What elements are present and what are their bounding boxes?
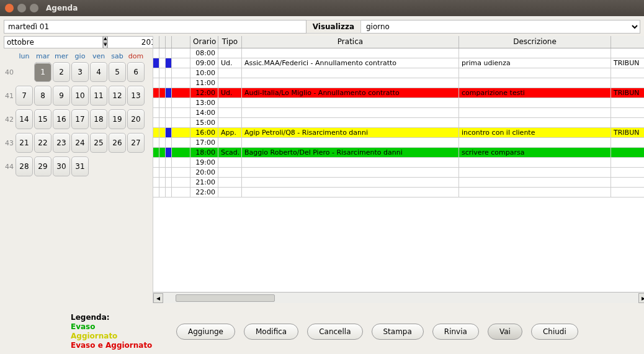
calendar-day[interactable]: 7 bbox=[16, 86, 33, 106]
calendar-day[interactable]: 18 bbox=[90, 109, 107, 129]
agenda-row[interactable]: 20:00 bbox=[153, 168, 644, 178]
calendar-day[interactable]: 14 bbox=[16, 109, 33, 129]
agenda-row[interactable]: 08:00 bbox=[153, 48, 644, 58]
calendar-day[interactable]: 31 bbox=[71, 157, 89, 176]
agenda-row[interactable]: 15:00 bbox=[153, 118, 644, 128]
calendar-day[interactable]: 29 bbox=[34, 157, 51, 176]
calendar-day[interactable]: 27 bbox=[127, 133, 145, 153]
agenda-row[interactable]: 13:00 bbox=[153, 98, 644, 108]
stampa-button[interactable]: Stampa bbox=[372, 324, 424, 340]
agenda-row[interactable]: 19:00 bbox=[153, 158, 644, 168]
agenda-row[interactable]: 09:00Ud.Assic.MAA/Federici - Annullament… bbox=[153, 58, 644, 68]
calendar-day[interactable]: 9 bbox=[53, 86, 70, 106]
titlebar: Agenda bbox=[0, 0, 644, 16]
scroll-right-icon: ▸ bbox=[638, 293, 644, 303]
calendar-day[interactable]: 3 bbox=[71, 62, 89, 82]
calendar-day[interactable]: 19 bbox=[109, 109, 126, 129]
calendar-day[interactable]: 20 bbox=[127, 109, 145, 129]
grid-header: Orario Tipo Pratica Descrizione bbox=[153, 36, 644, 48]
calendar-day[interactable]: 24 bbox=[71, 133, 89, 153]
view-select[interactable]: giorno bbox=[361, 20, 640, 34]
calendar-day[interactable]: 16 bbox=[53, 109, 70, 129]
date-field[interactable] bbox=[4, 20, 306, 34]
scroll-left-icon: ◂ bbox=[153, 293, 163, 303]
month-select[interactable] bbox=[4, 36, 103, 48]
calendar-day[interactable]: 26 bbox=[109, 133, 126, 153]
calendar-day[interactable]: 22 bbox=[34, 133, 51, 153]
calendar-day[interactable]: 5 bbox=[109, 62, 126, 82]
calendar-day[interactable]: 25 bbox=[90, 133, 107, 153]
maximize-icon[interactable] bbox=[30, 4, 38, 12]
agenda-row[interactable]: 10:00 bbox=[153, 68, 644, 78]
chiudi-button[interactable]: Chiudi bbox=[531, 324, 578, 340]
day-of-week-header: lunmarmer giovensab dom bbox=[15, 52, 151, 60]
agenda-row[interactable]: 11:00 bbox=[153, 78, 644, 88]
agenda-row[interactable]: 22:00 bbox=[153, 188, 644, 197]
window-title: Agenda bbox=[46, 4, 78, 12]
calendar-day[interactable]: 8 bbox=[34, 86, 51, 106]
agenda-row[interactable]: 18:00Scad.Baggio Roberto/Del Piero - Ris… bbox=[153, 148, 644, 158]
vai-button[interactable]: Vai bbox=[488, 324, 522, 340]
legend: Legenda: Evaso Aggiornato Evaso e Aggior… bbox=[9, 313, 170, 350]
aggiunge-button[interactable]: Aggiunge bbox=[176, 324, 235, 340]
calendar-day[interactable]: 17 bbox=[71, 109, 89, 129]
calendar-day[interactable]: 21 bbox=[16, 133, 33, 153]
close-icon[interactable] bbox=[5, 4, 14, 12]
calendar-day[interactable]: 1 bbox=[34, 62, 51, 82]
calendar-day[interactable]: 6 bbox=[127, 62, 145, 82]
rinvia-button[interactable]: Rinvia bbox=[432, 324, 479, 340]
agenda-row[interactable]: 12:00Ud.Audi-Italia/Lo Miglio - Annullam… bbox=[153, 88, 644, 98]
calendar-day[interactable]: 12 bbox=[109, 86, 126, 106]
visualizza-label: Visualizza bbox=[306, 20, 361, 34]
calendar-day[interactable]: 23 bbox=[53, 133, 70, 153]
calendar-day[interactable]: 10 bbox=[71, 86, 89, 106]
modifica-button[interactable]: Modifica bbox=[244, 324, 298, 340]
agenda-row[interactable]: 21:00 bbox=[153, 178, 644, 188]
calendar-day[interactable]: 15 bbox=[34, 109, 51, 129]
minimize-icon[interactable] bbox=[17, 4, 26, 12]
cancella-button[interactable]: Cancella bbox=[307, 324, 362, 340]
calendar-day[interactable]: 4 bbox=[90, 62, 107, 82]
calendar-day[interactable]: 28 bbox=[16, 157, 33, 176]
horizontal-scrollbar[interactable]: ◂ ▸ bbox=[153, 292, 644, 303]
agenda-row[interactable]: 16:00App.Agip Petroli/Q8 - Risarcimento … bbox=[153, 128, 644, 138]
calendar-day[interactable]: 13 bbox=[127, 86, 145, 106]
agenda-row[interactable]: 14:00 bbox=[153, 108, 644, 118]
calendar-day[interactable]: 30 bbox=[53, 157, 70, 176]
agenda-grid: Orario Tipo Pratica Descrizione 08:0009:… bbox=[153, 36, 644, 303]
calendar-day[interactable]: 11 bbox=[90, 86, 107, 106]
calendar-day[interactable]: 2 bbox=[53, 62, 70, 82]
month-spinner[interactable]: ▲▼ bbox=[103, 36, 107, 48]
calendar-panel: ▲▼ ▲▼ lunmarmer giovensab dom 4012345641… bbox=[4, 36, 151, 303]
agenda-row[interactable]: 17:00 bbox=[153, 138, 644, 148]
